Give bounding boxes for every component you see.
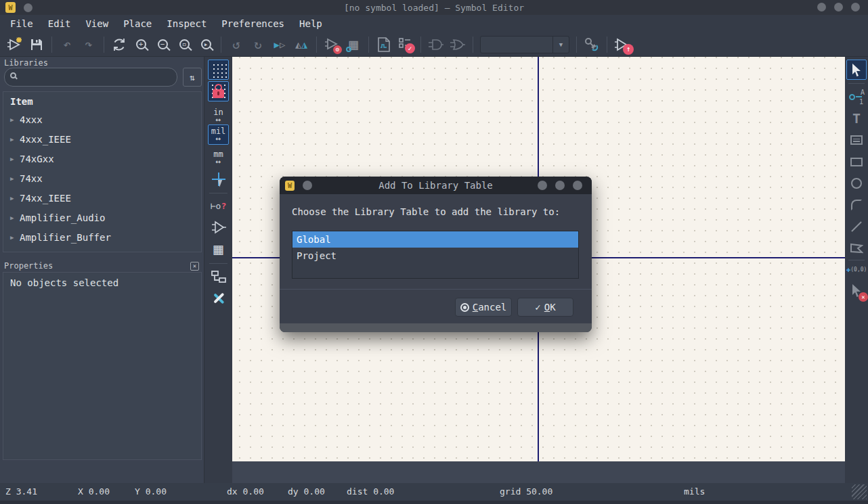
menu-edit[interactable]: Edit xyxy=(41,15,79,32)
select-tool-button[interactable] xyxy=(846,60,867,80)
add-rectangle-button[interactable] xyxy=(846,152,867,172)
dialog-maximize-button[interactable] xyxy=(555,181,565,190)
chevron-down-icon[interactable]: ▼ xyxy=(552,37,569,53)
list-option-project[interactable]: Project xyxy=(292,248,578,264)
expand-arrow-icon[interactable]: ▶ xyxy=(10,234,20,241)
zoom-out-icon: − xyxy=(158,39,168,49)
tree-item-amplifier-audio[interactable]: ▶Amplifier_Audio xyxy=(3,208,201,227)
symbol-tree-button[interactable] xyxy=(208,267,229,287)
grid-dots-icon xyxy=(211,62,227,78)
pin-electrical-type-button[interactable]: ⊢o? xyxy=(208,196,229,216)
library-search-input[interactable] xyxy=(4,68,177,87)
tree-item-label: Amplifier_Audio xyxy=(20,212,105,223)
list-option-global[interactable]: Global xyxy=(292,231,578,248)
tree-item-74xx-ieee[interactable]: ▶74xx_IEEE xyxy=(3,188,201,208)
expand-arrow-icon[interactable]: ▶ xyxy=(10,136,20,143)
check-icon: ✓ xyxy=(535,302,540,313)
zoom-fit-icon: ▫ xyxy=(179,39,190,49)
window-bottom-edge xyxy=(0,501,868,504)
expand-arrow-icon[interactable]: ▶ xyxy=(10,175,20,182)
export-symbol-button[interactable]: ↑ xyxy=(613,35,632,54)
ok-button[interactable]: ✓ OK xyxy=(517,298,573,317)
tree-item-74xx[interactable]: ▶74xx xyxy=(3,168,201,188)
save-button[interactable] xyxy=(27,35,46,54)
hidden-pins-button[interactable] xyxy=(208,217,229,237)
status-dx: dx 0.00 xyxy=(227,486,264,497)
zoom-selection-button[interactable]: ▸ xyxy=(196,35,215,54)
grid-override-lock-button[interactable] xyxy=(208,81,229,101)
combo-value xyxy=(481,37,552,53)
properties-panel-button[interactable] xyxy=(208,288,229,308)
tree-item-4xxx-ieee[interactable]: ▶4xxx_IEEE xyxy=(3,129,201,149)
properties-panel: No objects selected xyxy=(3,272,202,460)
sync-pins-button[interactable] xyxy=(582,35,601,54)
polygon-icon xyxy=(850,243,863,254)
cancel-icon xyxy=(460,303,469,312)
resize-grip[interactable] xyxy=(852,484,867,499)
units-inches-button[interactable]: in↔ xyxy=(208,106,229,126)
redo-button[interactable]: ↷ xyxy=(79,35,98,54)
erc-button[interactable]: ✓ xyxy=(396,35,415,54)
zoom-fit-button[interactable]: ▫ xyxy=(175,35,194,54)
expand-arrow-icon[interactable]: ▶ xyxy=(10,214,20,221)
zoom-in-button[interactable]: + xyxy=(131,35,150,54)
delete-tool-button[interactable]: ✕ xyxy=(846,280,867,300)
dialog-bottom-edge xyxy=(280,323,592,332)
menu-inspect[interactable]: Inspect xyxy=(159,15,214,32)
expand-arrow-icon[interactable]: ▶ xyxy=(10,195,20,202)
menu-place[interactable]: Place xyxy=(116,15,159,32)
unit-select-combobox[interactable]: ▼ xyxy=(480,36,569,53)
add-circle-button[interactable] xyxy=(846,173,867,193)
units-mm-button[interactable]: mm↔ xyxy=(208,147,229,168)
rotate-cw-button[interactable]: ↻ xyxy=(248,35,267,54)
menu-preferences[interactable]: Preferences xyxy=(214,15,292,32)
table-icon: ▦ xyxy=(214,242,223,257)
menu-help[interactable]: Help xyxy=(292,15,330,32)
add-arc-button[interactable] xyxy=(846,195,867,215)
sort-libraries-button[interactable]: ⇅ xyxy=(183,68,202,87)
menu-file[interactable]: File xyxy=(3,15,41,32)
tree-icon xyxy=(211,270,226,283)
tree-item-label: 74xx_IEEE xyxy=(20,193,71,204)
dialog-close-button[interactable] xyxy=(573,181,582,190)
close-button[interactable] xyxy=(851,3,860,12)
add-pin-button[interactable]: A 1 xyxy=(846,87,867,107)
add-text-button[interactable]: T xyxy=(846,108,867,129)
grid-visibility-button[interactable] xyxy=(208,60,229,80)
new-symbol-button[interactable] xyxy=(5,35,24,54)
cancel-button[interactable]: Cancel xyxy=(455,298,512,317)
datasheet-button[interactable] xyxy=(374,35,393,54)
add-line-button[interactable] xyxy=(846,216,867,237)
add-polygon-button[interactable] xyxy=(846,238,867,258)
library-table-button[interactable]: ▦ xyxy=(208,239,229,259)
expand-arrow-icon[interactable]: ▶ xyxy=(10,156,20,162)
undo-icon: ↶ xyxy=(63,38,70,51)
pin-table-button[interactable]: ▦ xyxy=(344,35,363,54)
tree-item-4xxx[interactable]: ▶4xxx xyxy=(3,110,201,129)
demorgan-standard-button[interactable] xyxy=(427,35,446,54)
symbol-editor-window: W [no symbol loaded] — Symbol Editor Fil… xyxy=(0,0,868,504)
tree-item-74xgxx[interactable]: ▶74xGxx xyxy=(3,149,201,168)
add-textbox-button[interactable] xyxy=(846,130,867,150)
tree-item-amplifier-buffer[interactable]: ▶Amplifier_Buffer xyxy=(3,227,201,247)
undo-button[interactable]: ↶ xyxy=(58,35,77,54)
anchor-icon: ✚ xyxy=(846,265,851,274)
refresh-view-button[interactable] xyxy=(110,35,129,54)
mirror-vertical-button[interactable]: ◭◮ xyxy=(292,35,311,54)
symbol-properties-button[interactable]: ⚙ xyxy=(322,35,341,54)
dialog-minimize-button[interactable] xyxy=(538,181,547,190)
rotate-ccw-button[interactable]: ↺ xyxy=(227,35,246,54)
minimize-button[interactable] xyxy=(817,3,826,12)
units-mils-button[interactable]: mil↔ xyxy=(208,124,229,145)
demorgan-alternate-button[interactable] xyxy=(448,35,467,54)
close-properties-icon[interactable]: ✕ xyxy=(190,262,199,271)
expand-arrow-icon[interactable]: ▶ xyxy=(10,116,20,123)
zoom-out-button[interactable]: − xyxy=(153,35,172,54)
move-anchor-button[interactable]: ✚ (0,0) xyxy=(846,261,867,277)
properties-panel-header: Properties ✕ xyxy=(0,260,204,272)
cursor-icon xyxy=(850,63,863,76)
mirror-horizontal-button[interactable]: ▶▷ xyxy=(270,35,289,54)
maximize-button[interactable] xyxy=(834,3,843,12)
menu-view[interactable]: View xyxy=(78,15,116,32)
full-crosshair-button[interactable] xyxy=(208,169,229,189)
